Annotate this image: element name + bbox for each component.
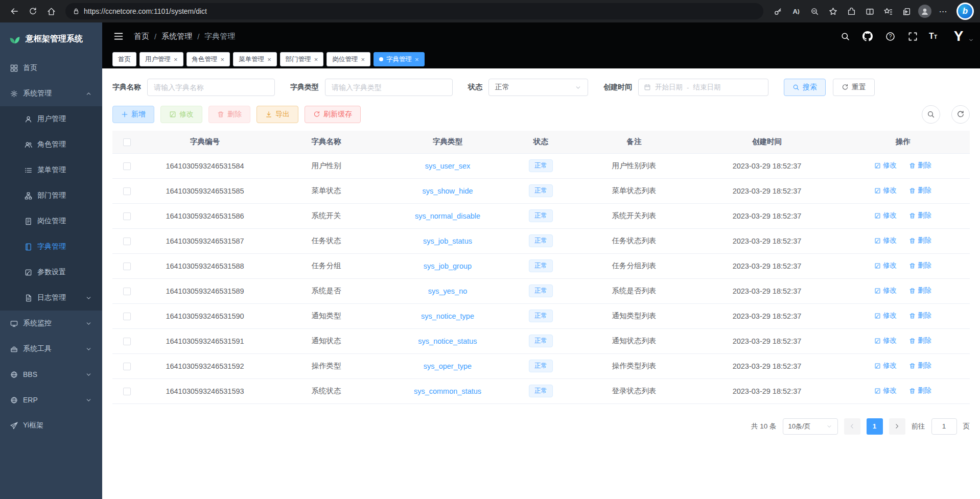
collections-icon[interactable]	[898, 3, 915, 19]
tab-岗位管理[interactable]: 岗位管理×	[326, 52, 370, 66]
row-delete-button[interactable]: 删除	[909, 361, 931, 370]
sidebar-item-role-management[interactable]: 角色管理	[0, 132, 102, 157]
add-favorite-icon[interactable]	[825, 3, 841, 19]
search-button[interactable]: 搜索	[784, 79, 826, 96]
font-size-icon[interactable]: TT	[929, 32, 937, 41]
tab-close-icon[interactable]: ×	[221, 56, 225, 63]
row-delete-button[interactable]: 删除	[909, 286, 931, 295]
row-edit-button[interactable]: 修改	[874, 286, 897, 295]
password-key-icon[interactable]	[769, 3, 786, 19]
favorites-bar-icon[interactable]	[880, 3, 896, 19]
next-page-button[interactable]	[889, 418, 905, 435]
profile-avatar[interactable]	[917, 3, 933, 19]
dict-type-link[interactable]: sys_yes_no	[428, 287, 468, 295]
dict-name-input[interactable]	[147, 79, 275, 96]
row-delete-button[interactable]: 删除	[909, 161, 931, 170]
row-delete-button[interactable]: 删除	[909, 386, 931, 395]
hamburger-icon[interactable]	[112, 30, 125, 42]
status-select[interactable]: 正常	[488, 79, 588, 96]
row-edit-button[interactable]: 修改	[874, 261, 897, 270]
help-icon[interactable]	[884, 30, 896, 42]
date-range-picker[interactable]: 开始日期 - 结束日期	[638, 79, 768, 96]
sidebar-item-log-management[interactable]: 日志管理	[0, 285, 102, 311]
tab-close-icon[interactable]: ×	[361, 56, 365, 63]
row-edit-button[interactable]: 修改	[874, 186, 897, 195]
row-checkbox[interactable]	[123, 363, 131, 370]
dict-type-link[interactable]: sys_job_group	[424, 262, 472, 270]
row-edit-button[interactable]: 修改	[874, 361, 897, 370]
row-checkbox[interactable]	[123, 187, 131, 195]
refresh-table-button[interactable]	[951, 105, 970, 124]
sidebar-item-bbs[interactable]: BBS	[0, 362, 102, 387]
sidebar-item-home[interactable]: 首页	[0, 55, 102, 81]
select-all-checkbox[interactable]	[123, 138, 131, 146]
refresh-cache-button[interactable]: 刷新缓存	[305, 106, 361, 123]
goto-page-input[interactable]	[931, 418, 957, 435]
row-checkbox[interactable]	[123, 212, 131, 220]
split-screen-icon[interactable]	[861, 3, 878, 19]
breadcrumb-system[interactable]: 系统管理	[161, 32, 192, 41]
row-edit-button[interactable]: 修改	[874, 161, 897, 170]
sidebar-item-erp[interactable]: ERP	[0, 387, 102, 413]
row-delete-button[interactable]: 删除	[909, 336, 931, 345]
add-button[interactable]: 新增	[112, 106, 154, 123]
breadcrumb-home[interactable]: 首页	[134, 32, 149, 41]
row-delete-button[interactable]: 删除	[909, 261, 931, 270]
row-delete-button[interactable]: 删除	[909, 211, 931, 220]
row-checkbox[interactable]	[123, 263, 131, 270]
tab-close-icon[interactable]: ×	[415, 56, 419, 63]
prev-page-button[interactable]	[844, 418, 860, 435]
row-edit-button[interactable]: 修改	[874, 386, 897, 395]
reset-button[interactable]: 重置	[833, 79, 875, 96]
tab-close-icon[interactable]: ×	[314, 56, 318, 63]
tab-首页[interactable]: 首页	[112, 52, 136, 66]
dict-type-link[interactable]: sys_normal_disable	[415, 212, 480, 220]
tab-close-icon[interactable]: ×	[174, 56, 178, 63]
sidebar-item-system-tools[interactable]: 系统工具	[0, 336, 102, 362]
row-checkbox[interactable]	[123, 388, 131, 395]
dict-type-input[interactable]	[325, 79, 453, 96]
browser-back-button[interactable]	[6, 3, 22, 19]
sidebar-item-yi-framework[interactable]: Yi框架	[0, 413, 102, 438]
tab-close-icon[interactable]: ×	[267, 56, 271, 63]
row-checkbox[interactable]	[123, 237, 131, 245]
dict-type-link[interactable]: sys_notice_type	[421, 312, 474, 320]
edit-button[interactable]: 修改	[160, 106, 202, 123]
row-edit-button[interactable]: 修改	[874, 211, 897, 220]
export-button[interactable]: 导出	[256, 106, 298, 123]
sidebar-item-dict-management[interactable]: 字典管理	[0, 234, 102, 259]
toggle-search-button[interactable]	[922, 105, 940, 124]
header-search-icon[interactable]	[839, 30, 851, 42]
delete-button[interactable]: 删除	[208, 106, 250, 123]
dict-type-link[interactable]: sys_common_status	[414, 387, 481, 395]
sidebar-item-dept-management[interactable]: 部门管理	[0, 183, 102, 208]
row-checkbox[interactable]	[123, 162, 131, 170]
read-aloud-icon[interactable]: A)	[788, 3, 804, 19]
bing-copilot-icon[interactable]: b	[956, 3, 974, 20]
sidebar-item-system-monitor[interactable]: 系统监控	[0, 311, 102, 336]
browser-home-button[interactable]	[43, 3, 59, 19]
tab-部门管理[interactable]: 部门管理×	[280, 52, 324, 66]
row-checkbox[interactable]	[123, 338, 131, 345]
row-edit-button[interactable]: 修改	[874, 311, 897, 320]
dict-type-link[interactable]: sys_user_sex	[425, 162, 471, 170]
sidebar-item-user-management[interactable]: 用户管理	[0, 106, 102, 132]
zoom-icon[interactable]	[806, 3, 823, 19]
github-icon[interactable]	[861, 30, 874, 42]
dict-type-link[interactable]: sys_oper_type	[424, 362, 472, 370]
sidebar-item-param-settings[interactable]: 参数设置	[0, 259, 102, 285]
row-delete-button[interactable]: 删除	[909, 186, 931, 195]
row-delete-button[interactable]: 删除	[909, 311, 931, 320]
tab-字典管理[interactable]: 字典管理×	[374, 52, 425, 66]
fullscreen-icon[interactable]	[906, 30, 919, 42]
row-checkbox[interactable]	[123, 288, 131, 295]
sidebar-item-menu-management[interactable]: 菜单管理	[0, 157, 102, 183]
row-delete-button[interactable]: 删除	[909, 236, 931, 245]
tab-用户管理[interactable]: 用户管理×	[139, 52, 183, 66]
page-size-select[interactable]: 10条/页	[783, 418, 838, 435]
browser-refresh-button[interactable]	[25, 3, 41, 19]
sidebar-item-system-management[interactable]: 系统管理	[0, 81, 102, 106]
tab-菜单管理[interactable]: 菜单管理×	[233, 52, 277, 66]
row-checkbox[interactable]	[123, 313, 131, 320]
row-edit-button[interactable]: 修改	[874, 236, 897, 245]
